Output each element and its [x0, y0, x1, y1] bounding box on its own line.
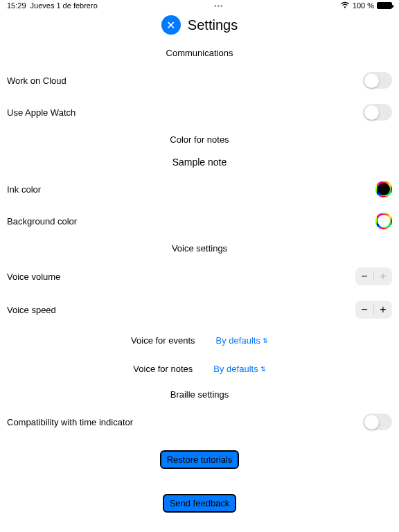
row-background-color: Background color	[0, 205, 399, 237]
voice-notes-value[interactable]: By defaults ⇅	[213, 364, 265, 374]
background-color-picker[interactable]	[375, 213, 392, 229]
battery-icon	[377, 2, 392, 9]
status-time: 15:29	[7, 1, 26, 10]
voice-events-label: Voice for events	[131, 335, 195, 346]
page-title: Settings	[188, 17, 238, 33]
voice-notes-value-text: By defaults	[213, 364, 258, 374]
voice-speed-label: Voice speed	[7, 305, 56, 315]
section-voice-settings: Voice settings	[0, 237, 399, 260]
row-voice-for-events[interactable]: Voice for events By defaults ⇅	[0, 326, 399, 355]
volume-minus-button[interactable]: −	[355, 267, 373, 285]
section-color-for-notes: Color for notes	[0, 128, 399, 151]
close-button[interactable]: ✕	[161, 15, 181, 35]
voice-volume-stepper: − +	[355, 267, 392, 285]
background-color-label: Background color	[7, 216, 77, 227]
row-compat-time: Compatibility with time indicator	[0, 406, 399, 438]
voice-volume-label: Voice volume	[7, 272, 60, 282]
send-feedback-button[interactable]: Send feedback	[163, 494, 237, 513]
wifi-icon	[340, 1, 350, 10]
apple-watch-label: Use Apple Watch	[7, 107, 76, 118]
speed-minus-button[interactable]: −	[355, 301, 373, 319]
status-bar: 15:29 Jueves 1 de febrero ••• 100 %	[0, 0, 399, 11]
row-voice-volume: Voice volume − +	[0, 260, 399, 293]
voice-events-value-text: By defaults	[216, 335, 260, 346]
chevron-updown-icon: ⇅	[260, 366, 266, 373]
ink-color-label: Ink color	[7, 184, 41, 195]
row-voice-for-notes[interactable]: Voice for notes By defaults ⇅	[0, 355, 399, 383]
status-date: Jueves 1 de febrero	[30, 1, 98, 10]
apple-watch-toggle[interactable]	[363, 104, 392, 121]
section-braille-settings: Braille settings	[0, 383, 399, 406]
row-apple-watch: Use Apple Watch	[0, 96, 399, 128]
work-on-cloud-label: Work on Cloud	[7, 76, 66, 86]
speed-plus-button[interactable]: +	[374, 301, 392, 319]
chevron-updown-icon: ⇅	[263, 337, 268, 344]
row-ink-color: Ink color	[0, 173, 399, 205]
compat-time-label: Compatibility with time indicator	[7, 417, 133, 427]
row-work-on-cloud: Work on Cloud	[0, 64, 399, 96]
voice-speed-stepper: − +	[355, 301, 392, 319]
work-on-cloud-toggle[interactable]	[363, 72, 392, 89]
voice-events-value[interactable]: By defaults ⇅	[216, 335, 268, 346]
close-icon: ✕	[166, 19, 175, 32]
compat-time-toggle[interactable]	[363, 414, 392, 430]
background-color-swatch	[378, 215, 390, 227]
voice-notes-label: Voice for notes	[133, 364, 193, 374]
section-communications: Communications	[0, 42, 399, 64]
row-voice-speed: Voice speed − +	[0, 293, 399, 326]
restore-tutorials-button[interactable]: Restore tutorials	[160, 450, 240, 469]
sample-note-label: Sample note	[0, 151, 399, 173]
ink-color-picker[interactable]	[375, 181, 392, 197]
battery-pct: 100 %	[353, 1, 374, 10]
volume-plus-button[interactable]: +	[374, 267, 392, 285]
settings-header: ✕ Settings	[0, 15, 399, 35]
ink-color-swatch	[378, 183, 390, 195]
multitask-dots-icon[interactable]: •••	[98, 2, 340, 10]
